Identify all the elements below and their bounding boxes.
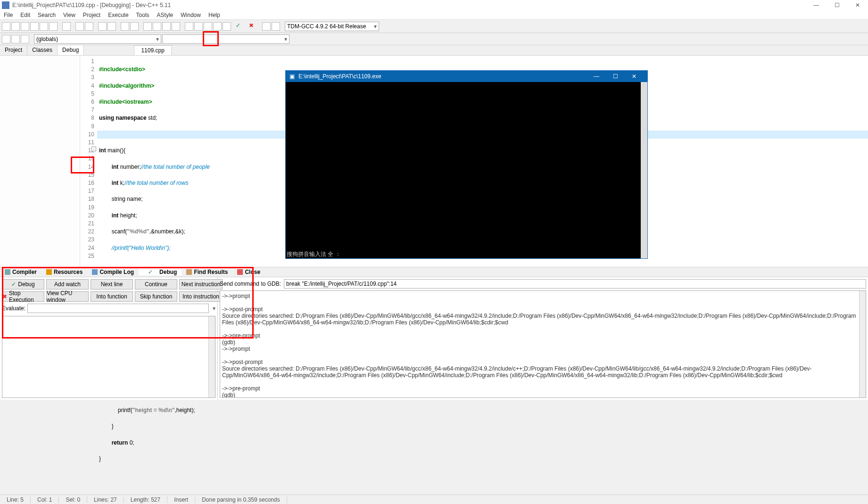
save-icon[interactable]	[21, 22, 29, 31]
close-button[interactable]: ✕	[847, 0, 868, 10]
debug-stop-icon[interactable]: ✖	[249, 22, 257, 31]
undo-icon[interactable]	[75, 22, 84, 31]
tab-debug[interactable]: Debug	[58, 45, 84, 55]
view-cpu-button[interactable]: View CPU window	[46, 291, 89, 302]
code: }	[99, 455, 101, 462]
menu-astyle[interactable]: AStyle	[153, 12, 177, 18]
status-parse: Done parsing in 0.359 seconds	[195, 496, 287, 503]
print-icon[interactable]	[62, 22, 71, 31]
evaluate-output[interactable]	[2, 316, 215, 398]
compiler-select[interactable]: TDM-GCC 4.9.2 64-bit Release	[285, 22, 379, 31]
close-all-icon[interactable]	[49, 22, 58, 31]
compile-run-icon[interactable]	[185, 22, 193, 31]
line-num: 25	[80, 252, 94, 260]
code: ,&number,&k);	[149, 228, 185, 235]
evaluate-input[interactable]	[27, 304, 209, 313]
goto-icon[interactable]	[172, 22, 180, 31]
debug-check-icon[interactable]	[236, 22, 244, 31]
menu-search[interactable]: Search	[34, 12, 59, 18]
skip-function-button[interactable]: Skip function	[135, 291, 177, 302]
compile-icon[interactable]	[121, 22, 129, 31]
debug-toolbar-icon[interactable]	[223, 22, 231, 31]
redo-icon[interactable]	[85, 22, 93, 31]
label: Debug	[18, 281, 34, 288]
console-minimize-button[interactable]: —	[587, 73, 606, 80]
line-num: 21	[80, 220, 94, 228]
line-num: 2	[80, 66, 94, 74]
tab-project[interactable]: Project	[0, 45, 27, 55]
debug-bug-icon[interactable]	[272, 22, 280, 31]
profile-icon[interactable]	[213, 22, 222, 31]
menu-tools[interactable]: Tools	[132, 12, 153, 18]
next-line-button[interactable]: Next line	[91, 279, 133, 289]
menu-project[interactable]: Project	[79, 12, 104, 18]
code: int	[99, 147, 106, 154]
menu-execute[interactable]: Execute	[104, 12, 132, 18]
menu-window[interactable]: Window	[177, 12, 205, 18]
members-combo[interactable]	[162, 34, 289, 44]
save-all-icon[interactable]	[30, 22, 39, 31]
fold-icon[interactable]: -	[91, 147, 96, 151]
code: number;	[120, 164, 141, 170]
tab-find-results[interactable]: Find Results	[182, 269, 232, 275]
menu-file[interactable]: File	[0, 12, 17, 18]
add-watch-button[interactable]: Add watch	[46, 279, 89, 289]
back-icon[interactable]	[143, 22, 152, 31]
console-close-button[interactable]: ✕	[625, 73, 644, 80]
menu-help[interactable]: Help	[205, 12, 224, 18]
profiling-icon[interactable]	[262, 22, 271, 31]
tab-bottom-debug[interactable]: Debug	[139, 269, 182, 275]
tab-compiler[interactable]: Compiler	[0, 269, 41, 275]
goto-decl-icon[interactable]	[2, 35, 10, 43]
debug-button[interactable]: Debug	[2, 279, 44, 289]
into-function-button[interactable]: Into function	[91, 291, 133, 302]
status-line: Line: 5	[0, 496, 31, 503]
scrollbar[interactable]	[208, 316, 215, 397]
tab-close[interactable]: Close	[232, 269, 265, 275]
new-file-icon[interactable]	[2, 22, 10, 31]
stop-build-icon[interactable]	[162, 22, 171, 31]
console-scrollbar[interactable]	[641, 82, 647, 258]
code: //the total number of people	[141, 164, 210, 170]
minimize-button[interactable]: —	[806, 0, 827, 10]
console-title: E:\intellij_Project\PAT\c\1109.exe	[298, 73, 381, 80]
menu-view[interactable]: View	[59, 12, 79, 18]
continue-button[interactable]: Continue	[135, 279, 177, 289]
evaluate-dropdown-icon[interactable]	[211, 305, 215, 312]
stop-execution-button[interactable]: ✖Stop Execution	[2, 291, 44, 302]
run-icon[interactable]	[130, 22, 139, 31]
secondary-toolbar: (globals)	[0, 33, 868, 45]
maximize-button[interactable]: ☐	[827, 0, 847, 10]
globals-combo[interactable]: (globals)	[34, 34, 161, 44]
code: //printf("Hello World\n");	[112, 245, 171, 251]
gdb-command-input[interactable]	[284, 279, 866, 289]
code: namespace	[116, 115, 146, 121]
goto-def-icon[interactable]	[11, 35, 20, 43]
ime-status: 搜狗拼音输入法 全 ：	[287, 250, 341, 258]
bookmark-icon[interactable]	[21, 35, 29, 43]
into-instruction-button[interactable]: Into instruction	[179, 291, 223, 302]
replace-icon[interactable]	[107, 22, 116, 31]
syntax-check-icon[interactable]	[204, 22, 212, 31]
console-output[interactable]: 搜狗拼音输入法 全 ：	[286, 82, 647, 258]
tab-classes[interactable]: Classes	[27, 45, 58, 55]
console-title-bar[interactable]: ▣ E:\intellij_Project\PAT\c\1109.exe — ☐…	[286, 71, 647, 82]
menu-edit[interactable]: Edit	[17, 12, 34, 18]
find-icon[interactable]	[98, 22, 107, 31]
next-instruction-button[interactable]: Next instruction	[179, 279, 223, 289]
tab-compile-log[interactable]: Compile Log	[87, 269, 139, 275]
window-controls: — ☐ ✕	[806, 0, 868, 10]
rebuild-icon[interactable]	[194, 22, 203, 31]
gdb-output[interactable]: ->->prompt ->->post-prompt Source direct…	[220, 290, 866, 398]
forward-icon[interactable]	[153, 22, 161, 31]
file-tab-1109[interactable]: 1109.cpp	[134, 45, 171, 55]
tab-resources[interactable]: Resources	[41, 269, 87, 275]
label: Close	[245, 269, 260, 275]
label: Compiler	[12, 269, 37, 275]
console-maximize-button[interactable]: ☐	[606, 73, 625, 80]
line-num: 20	[80, 212, 94, 220]
close-file-icon[interactable]	[40, 22, 48, 31]
code: printf(	[99, 407, 132, 413]
open-file-icon[interactable]	[11, 22, 20, 31]
scrollbar[interactable]	[859, 291, 866, 397]
